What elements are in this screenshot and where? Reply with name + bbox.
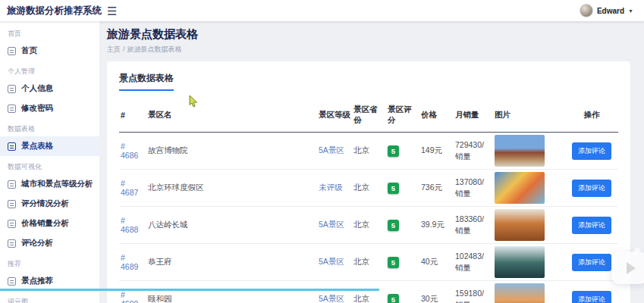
- row-id: # 4686: [119, 133, 146, 170]
- attraction-province: 北京: [352, 244, 386, 281]
- score-badge: 5: [388, 294, 399, 303]
- header-id: #: [119, 98, 146, 133]
- monthly-sales-cell: 729430/销量: [454, 133, 493, 170]
- attraction-level[interactable]: 5A景区: [317, 281, 352, 303]
- action-cell: 添加评论: [565, 170, 618, 207]
- attraction-name: 八达岭长城: [146, 207, 317, 244]
- add-comment-button[interactable]: 添加评论: [572, 217, 611, 234]
- sidebar-item-城市和景点等级分析[interactable]: 城市和景点等级分析: [0, 174, 99, 194]
- photo-cell: [493, 244, 565, 281]
- action-cell: 添加评论: [565, 133, 618, 170]
- monthly-sales-cell: 159180/销量: [454, 281, 493, 303]
- user-name: Edward: [597, 7, 624, 15]
- comment-chart-icon: [8, 239, 16, 248]
- price-cell: 30元: [419, 281, 454, 303]
- sidebar-item-label: 景点表格: [21, 141, 53, 152]
- attraction-province: 北京: [352, 133, 386, 170]
- breadcrumb-home[interactable]: 主页: [107, 45, 121, 53]
- monthly-sales-cell: 102483/销量: [454, 244, 493, 281]
- table-row: # 4686故宫博物院5A景区北京5149元729430/销量添加评论: [119, 133, 618, 170]
- sidebar-section-label: 数据可视化: [0, 156, 99, 174]
- sidebar-item-label: 价格销量分析: [21, 218, 69, 229]
- price-cell: 149元: [419, 133, 454, 170]
- table-row: # 4689恭王府5A景区北京540元102483/销量添加评论: [119, 244, 618, 281]
- attraction-name: 颐和园: [146, 281, 317, 303]
- user-info-icon: [8, 85, 16, 93]
- attraction-level[interactable]: 5A景区: [317, 207, 352, 244]
- attractions-table: # 景区名 景区等级 景区省份 景区评分 价格 月销量 图片 操作 # 4686…: [119, 98, 618, 303]
- score-badge: 5: [388, 145, 399, 157]
- row-id: # 4687: [119, 170, 146, 207]
- attraction-level[interactable]: 5A景区: [317, 133, 352, 170]
- sidebar-item-label: 景点推荐: [21, 276, 53, 286]
- header-photo: 图片: [493, 98, 565, 133]
- attraction-province: 北京: [352, 281, 386, 303]
- breadcrumb-separator: /: [123, 45, 125, 53]
- action-cell: 添加评论: [565, 207, 618, 244]
- play-icon: [627, 262, 636, 274]
- header-sales: 月销量: [454, 98, 493, 133]
- attraction-name: 恭王府: [146, 244, 317, 281]
- attraction-level[interactable]: 5A景区: [317, 244, 352, 281]
- photo-cell: [493, 281, 565, 303]
- photo-cell: [493, 207, 565, 244]
- attraction-photo: [495, 283, 545, 303]
- recommend-icon: [8, 277, 16, 286]
- table-row: # 4687北京环球度假区未评级北京5736元137080/销量添加评论: [119, 170, 618, 207]
- home-icon: [8, 47, 16, 55]
- sidebar-item-修改密码[interactable]: 修改密码: [0, 98, 99, 118]
- photo-cell: [493, 170, 565, 207]
- monthly-sales-cell: 183360/销量: [454, 207, 493, 244]
- video-progress-bar[interactable]: [0, 289, 379, 291]
- action-cell: 添加评论: [565, 281, 618, 303]
- sidebar-item-首页[interactable]: 首页: [0, 41, 99, 61]
- attraction-photo: [495, 246, 545, 278]
- sidebar-item-个人信息[interactable]: 个人信息: [0, 79, 99, 98]
- attraction-name: 北京环球度假区: [146, 170, 317, 207]
- photo-cell: [493, 133, 565, 170]
- main-content: 旅游景点数据表格 主页/旅游景点数据表格 景点数据表格 # 景区名 景区等级 景…: [99, 21, 644, 303]
- sidebar-item-label: 城市和景点等级分析: [21, 179, 93, 189]
- score-cell: 5: [386, 207, 419, 244]
- sidebar-item-label: 首页: [21, 45, 37, 56]
- add-comment-button[interactable]: 添加评论: [572, 180, 611, 197]
- sidebar-item-评分情况分析[interactable]: 评分情况分析: [0, 194, 99, 214]
- attraction-level[interactable]: 未评级: [317, 170, 352, 207]
- avatar[interactable]: [580, 4, 593, 17]
- sidebar-item-景点表格[interactable]: 景点表格: [0, 136, 99, 156]
- sidebar-item-label: 修改密码: [21, 103, 53, 114]
- table-body: # 4686故宫博物院5A景区北京5149元729430/销量添加评论# 468…: [119, 133, 618, 303]
- score-cell: 5: [386, 281, 419, 303]
- attraction-photo: [495, 135, 545, 167]
- sidebar-section-label: 个人管理: [0, 61, 99, 79]
- sidebar-section-label: 数据表格: [0, 118, 99, 136]
- video-play-overlay[interactable]: [611, 251, 644, 284]
- score-cell: 5: [386, 244, 419, 281]
- price-sales-chart-icon: [8, 220, 16, 228]
- hamburger-menu-icon[interactable]: ☰: [107, 5, 117, 17]
- sidebar-section-label: 推荐: [0, 253, 99, 271]
- page-title: 旅游景点数据表格: [107, 27, 644, 42]
- add-comment-button[interactable]: 添加评论: [572, 254, 611, 271]
- action-cell: 添加评论: [565, 244, 618, 281]
- attraction-name: 故宫博物院: [146, 133, 317, 170]
- sidebar-item-价格销量分析[interactable]: 价格销量分析: [0, 214, 99, 233]
- card-tab-attraction-table[interactable]: 景点数据表格: [119, 72, 174, 91]
- add-comment-button[interactable]: 添加评论: [572, 291, 611, 303]
- app-title: 旅游数据分析推荐系统: [0, 5, 99, 17]
- user-menu[interactable]: Edward ▼: [580, 4, 644, 17]
- add-comment-button[interactable]: 添加评论: [572, 142, 611, 160]
- header-price: 价格: [419, 98, 454, 133]
- score-badge: 5: [388, 183, 399, 194]
- price-cell: 736元: [419, 170, 454, 207]
- password-icon: [8, 105, 16, 113]
- score-cell: 5: [386, 133, 419, 170]
- header-action: 操作: [565, 98, 618, 133]
- table-icon: [8, 142, 16, 151]
- attraction-photo: [495, 172, 545, 204]
- header-level: 景区等级: [317, 98, 352, 133]
- header-score: 景区评分: [386, 98, 419, 133]
- breadcrumb-current: 旅游景点数据表格: [127, 45, 182, 53]
- sidebar-item-评论分析[interactable]: 评论分析: [0, 233, 99, 253]
- monthly-sales-cell: 137080/销量: [454, 170, 493, 207]
